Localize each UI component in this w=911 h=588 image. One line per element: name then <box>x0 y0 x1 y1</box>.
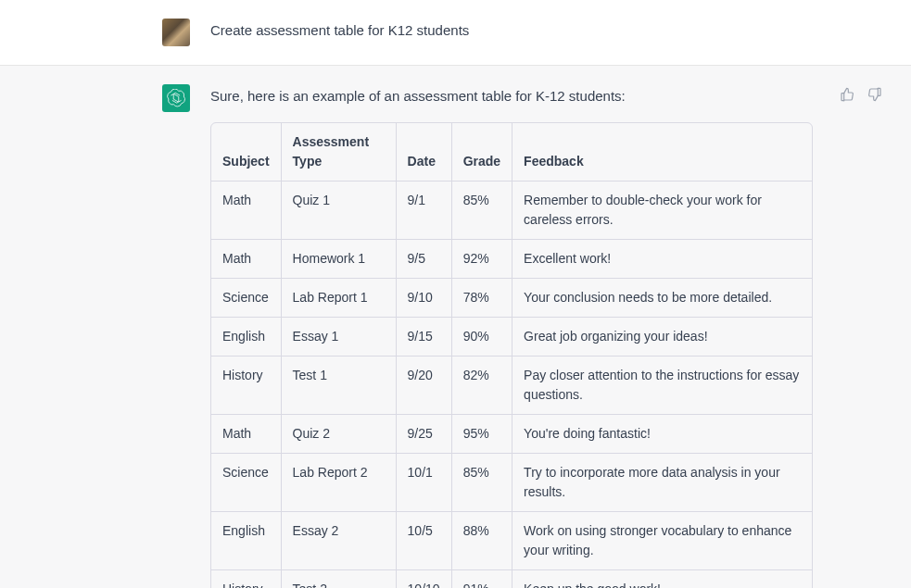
cell-feedback: Great job organizing your ideas! <box>512 317 812 356</box>
table-row: MathQuiz 29/2595%You're doing fantastic! <box>211 414 812 453</box>
assistant-avatar <box>162 84 190 112</box>
cell-type: Lab Report 2 <box>281 453 396 511</box>
cell-date: 9/5 <box>396 239 451 278</box>
cell-date: 10/1 <box>396 453 451 511</box>
table-row: EnglishEssay 210/588%Work on using stron… <box>211 511 812 569</box>
cell-subject: English <box>211 317 281 356</box>
user-prompt-text: Create assessment table for K12 students <box>210 20 911 42</box>
cell-subject: Math <box>211 239 281 278</box>
assistant-intro-row: Sure, here is an example of an assessmen… <box>210 86 885 122</box>
cell-type: Quiz 1 <box>281 181 396 239</box>
table-row: MathHomework 19/592%Excellent work! <box>211 239 812 278</box>
header-feedback: Feedback <box>512 123 812 181</box>
cell-grade: 85% <box>451 181 512 239</box>
cell-feedback: Work on using stronger vocabulary to enh… <box>512 511 812 569</box>
cell-feedback: Pay closer attention to the instructions… <box>512 356 812 414</box>
cell-date: 9/20 <box>396 356 451 414</box>
cell-date: 9/10 <box>396 278 451 317</box>
table-row: ScienceLab Report 19/1078%Your conclusio… <box>211 278 812 317</box>
cell-grade: 88% <box>451 511 512 569</box>
cell-type: Quiz 2 <box>281 414 396 453</box>
thumb-up-icon <box>840 87 854 102</box>
table-row: MathQuiz 19/185%Remember to double-check… <box>211 181 812 239</box>
cell-grade: 78% <box>451 278 512 317</box>
assessment-table-wrap: Subject Assessment Type Date Grade Feedb… <box>210 122 813 589</box>
header-grade: Grade <box>451 123 512 181</box>
cell-feedback: Excellent work! <box>512 239 812 278</box>
cell-feedback: Remember to double-check your work for c… <box>512 181 812 239</box>
table-row: HistoryTest 19/2082%Pay closer attention… <box>211 356 812 414</box>
cell-feedback: You're doing fantastic! <box>512 414 812 453</box>
cell-subject: English <box>211 511 281 569</box>
user-avatar <box>162 19 190 46</box>
table-row: HistoryTest 210/1091%Keep up the good wo… <box>211 569 812 588</box>
cell-type: Test 1 <box>281 356 396 414</box>
cell-subject: Science <box>211 278 281 317</box>
cell-type: Test 2 <box>281 569 396 588</box>
table-row: EnglishEssay 19/1590%Great job organizin… <box>211 317 812 356</box>
user-message-content: Create assessment table for K12 students <box>210 19 911 46</box>
assessment-table: Subject Assessment Type Date Grade Feedb… <box>211 123 812 589</box>
cell-date: 10/10 <box>396 569 451 588</box>
cell-type: Essay 1 <box>281 317 396 356</box>
cell-grade: 90% <box>451 317 512 356</box>
cell-subject: Math <box>211 414 281 453</box>
cell-grade: 82% <box>451 356 512 414</box>
table-header-row: Subject Assessment Type Date Grade Feedb… <box>211 123 812 181</box>
feedback-buttons <box>837 84 885 105</box>
cell-feedback: Try to incorporate more data analysis in… <box>512 453 812 511</box>
assistant-message-content: Sure, here is an example of an assessmen… <box>210 84 885 588</box>
cell-subject: Science <box>211 453 281 511</box>
cell-type: Lab Report 1 <box>281 278 396 317</box>
cell-subject: History <box>211 356 281 414</box>
user-message-row: Create assessment table for K12 students <box>0 0 911 66</box>
cell-date: 9/1 <box>396 181 451 239</box>
table-row: ScienceLab Report 210/185%Try to incorpo… <box>211 453 812 511</box>
cell-type: Homework 1 <box>281 239 396 278</box>
assistant-message-row: Sure, here is an example of an assessmen… <box>0 66 911 588</box>
cell-type: Essay 2 <box>281 511 396 569</box>
assistant-intro-text: Sure, here is an example of an assessmen… <box>210 86 828 107</box>
chat-page: Create assessment table for K12 students… <box>0 0 911 588</box>
cell-grade: 95% <box>451 414 512 453</box>
cell-date: 9/15 <box>396 317 451 356</box>
cell-feedback: Your conclusion needs to be more detaile… <box>512 278 812 317</box>
openai-icon <box>167 89 185 107</box>
table-body: MathQuiz 19/185%Remember to double-check… <box>211 181 812 588</box>
header-subject: Subject <box>211 123 281 181</box>
header-type: Assessment Type <box>281 123 396 181</box>
thumb-down-icon <box>867 87 882 102</box>
cell-grade: 85% <box>451 453 512 511</box>
cell-date: 10/5 <box>396 511 451 569</box>
cell-subject: History <box>211 569 281 588</box>
thumb-up-button[interactable] <box>837 84 857 105</box>
cell-grade: 92% <box>451 239 512 278</box>
thumb-down-button[interactable] <box>865 84 885 105</box>
cell-date: 9/25 <box>396 414 451 453</box>
cell-feedback: Keep up the good work! <box>512 569 812 588</box>
cell-grade: 91% <box>451 569 512 588</box>
header-date: Date <box>396 123 451 181</box>
cell-subject: Math <box>211 181 281 239</box>
